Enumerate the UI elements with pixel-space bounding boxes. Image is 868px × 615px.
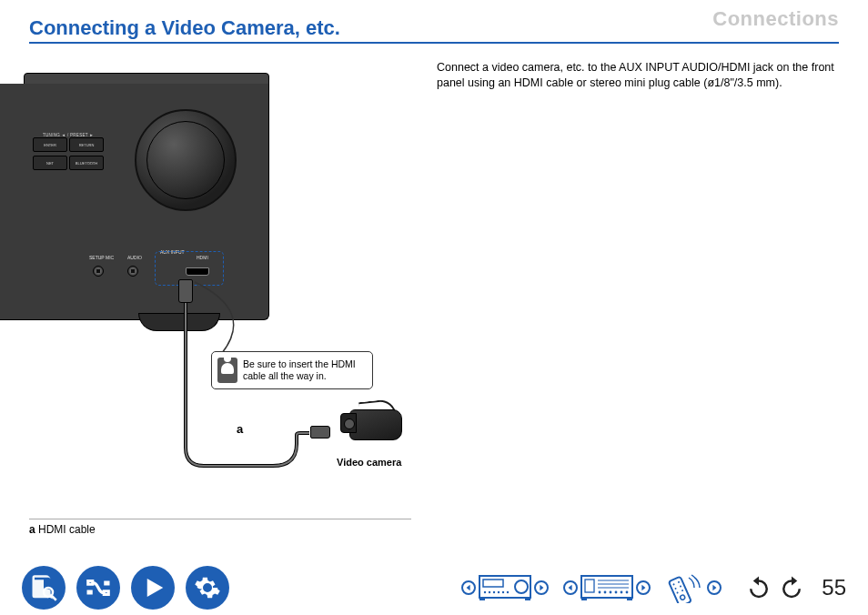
svg-rect-3 (104, 581, 109, 586)
undo-icon[interactable] (745, 574, 772, 601)
svg-rect-28 (669, 577, 691, 603)
svg-rect-2 (87, 590, 93, 595)
video-camera-icon (340, 404, 411, 451)
remote-nav[interactable] (663, 572, 723, 603)
nav-cables-button[interactable] (76, 566, 120, 610)
redo-icon[interactable] (778, 574, 805, 601)
svg-point-9 (493, 591, 495, 593)
svg-point-32 (680, 585, 682, 588)
next-arrow-icon[interactable] (636, 580, 651, 595)
svg-rect-16 (585, 580, 594, 592)
cables-icon (85, 574, 112, 601)
svg-point-8 (489, 591, 490, 593)
next-arrow-icon[interactable] (707, 580, 722, 595)
svg-point-25 (626, 591, 629, 594)
receiver-front-nav[interactable] (459, 572, 550, 603)
svg-point-23 (615, 591, 618, 594)
hdmi-plug-bottom-icon (310, 426, 330, 439)
footer-nav: 55 (0, 560, 868, 615)
intro-paragraph: Connect a video camera, etc. to the AUX … (437, 60, 839, 91)
svg-point-21 (604, 591, 607, 594)
svg-rect-27 (627, 598, 632, 600)
nav-play-button[interactable] (131, 566, 175, 610)
nav-book-search-button[interactable] (22, 566, 66, 610)
receiver-front-icon (478, 572, 532, 603)
receiver-rear-nav[interactable] (561, 572, 652, 603)
svg-point-12 (507, 591, 509, 593)
svg-rect-26 (581, 598, 587, 600)
svg-point-6 (515, 580, 528, 593)
svg-line-1 (52, 596, 56, 600)
person-icon (217, 358, 237, 383)
remote-icon (663, 572, 705, 603)
svg-point-31 (675, 588, 678, 590)
svg-point-22 (610, 591, 612, 594)
legend: a HDMI cable (29, 519, 411, 536)
svg-rect-13 (479, 598, 485, 600)
svg-rect-5 (483, 580, 503, 587)
legend-a-text: HDMI cable (35, 523, 96, 536)
next-arrow-icon[interactable] (534, 580, 549, 595)
svg-point-34 (681, 590, 684, 592)
callout-text: Be sure to insert the HDMI cable all the… (243, 358, 367, 382)
device-diagram: TUNING ◄ / PRESET ► ENTER RETURN NET BLU… (0, 84, 437, 502)
svg-point-30 (678, 581, 681, 584)
play-icon (139, 574, 167, 601)
svg-point-35 (680, 594, 686, 600)
prev-arrow-icon[interactable] (563, 580, 578, 595)
svg-point-7 (484, 591, 486, 593)
page-number: 55 (822, 575, 846, 600)
svg-point-10 (498, 591, 500, 593)
gear-icon (194, 574, 221, 601)
legend-a-label: a (29, 523, 35, 536)
section-label: Connections (712, 7, 839, 31)
svg-point-11 (502, 591, 504, 593)
callout-box: Be sure to insert the HDMI cable all the… (211, 351, 373, 389)
svg-point-24 (621, 591, 623, 594)
svg-rect-14 (525, 598, 530, 600)
book-search-icon (30, 574, 57, 601)
svg-point-20 (599, 591, 601, 594)
prev-arrow-icon[interactable] (461, 580, 476, 595)
receiver-rear-icon (580, 572, 634, 603)
svg-point-33 (677, 591, 680, 594)
diagram-letter-a: a (237, 422, 243, 436)
nav-settings-button[interactable] (186, 566, 229, 610)
video-camera-label: Video camera (337, 457, 401, 468)
svg-point-29 (673, 583, 676, 586)
